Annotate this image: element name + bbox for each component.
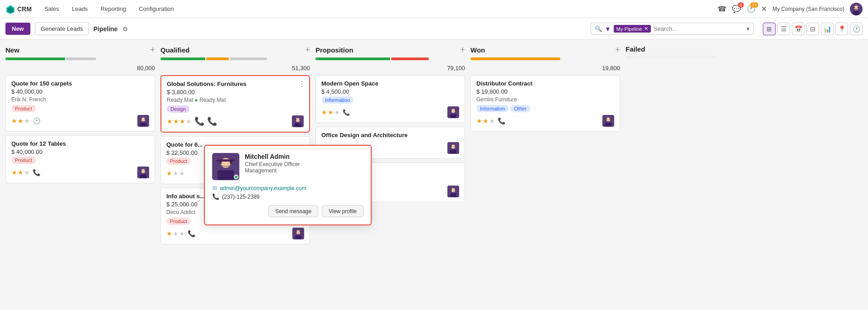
card-footer: ★ ★ ★ 📞: [321, 106, 459, 118]
clock-icon[interactable]: 🕐: [33, 117, 40, 124]
svg-rect-29: [295, 235, 301, 239]
card-tags: Information Other: [476, 105, 614, 112]
column-qualified-progress: [160, 57, 310, 60]
star-2: ★: [173, 230, 179, 237]
search-bar: 🔍 ▼ My Pipeline ✕ ▾: [591, 23, 754, 35]
nav-leads[interactable]: Leads: [70, 5, 89, 13]
list-view-button[interactable]: ☰: [777, 23, 790, 35]
pipeline-settings-icon[interactable]: ⚙: [122, 25, 128, 33]
card-stars: ★ ★ ★: [476, 117, 495, 124]
generate-leads-button[interactable]: Generate Leads: [35, 22, 89, 35]
popup-header: Mitchell Admin Chief Executive Officer M…: [212, 153, 364, 180]
new-button[interactable]: New: [5, 23, 30, 35]
popup-name: Mitchell Admin: [245, 153, 364, 160]
column-proposition-add[interactable]: +: [460, 45, 465, 55]
column-failed-title: Failed: [626, 45, 716, 53]
column-new: New + 80,000 Quote for 150 carpets $ 40,…: [5, 45, 155, 187]
nav-sales[interactable]: Sales: [43, 5, 61, 13]
card-title: Office Design and Architecture: [321, 132, 459, 138]
nav-user-avatar[interactable]: [850, 3, 863, 15]
nav-reporting[interactable]: Reporting: [99, 5, 128, 13]
tag-design: Design: [167, 105, 189, 113]
map-view-button[interactable]: 📍: [835, 23, 848, 35]
phone-icon[interactable]: 📞: [498, 117, 505, 124]
grid-view-button[interactable]: ⊟: [806, 23, 819, 35]
calendar-view-button[interactable]: 📅: [792, 23, 805, 35]
star-1: ★: [321, 109, 327, 116]
column-qualified-header: Qualified +: [160, 45, 310, 55]
star-1: ★: [11, 117, 17, 124]
nav-configuration[interactable]: Configuration: [137, 5, 175, 13]
pipeline-label: Pipeline: [93, 25, 118, 33]
popup-actions: Send message View profile: [212, 205, 364, 217]
search-filter-tag[interactable]: My Pipeline ✕: [614, 25, 651, 33]
card-stars: ★ ★ ★: [321, 109, 340, 116]
column-proposition-amount: 79,100: [315, 65, 465, 72]
svg-rect-15: [141, 170, 142, 172]
svg-rect-50: [606, 119, 607, 120]
svg-rect-19: [295, 123, 301, 127]
column-proposition-progress: [315, 57, 465, 60]
chart-view-button[interactable]: 📊: [821, 23, 834, 35]
card-footer: ★ ★ ★ 📞: [11, 167, 149, 178]
star-3: ★: [179, 118, 185, 125]
nav-phone-icon[interactable]: ☎: [718, 5, 727, 13]
card-quote-carpets[interactable]: Quote for 150 carpets $ 40,000.00 Erik N…: [5, 75, 155, 132]
card-avatar: [602, 115, 614, 127]
popup-email[interactable]: admin@yourcompany.example.com: [220, 185, 306, 191]
kanban-view-button[interactable]: ⊞: [763, 23, 776, 35]
svg-rect-54: [218, 170, 234, 180]
svg-rect-34: [450, 114, 456, 118]
card-quote-tables[interactable]: Quote for 12 Tables $ 40,000.00 Product …: [5, 135, 155, 183]
card-footer: ★ ★ ★ 📞: [166, 228, 304, 239]
column-qualified-title: Qualified: [160, 46, 302, 54]
popup-job-title: Chief Executive Officer: [245, 161, 364, 167]
phone-call2-icon[interactable]: 📞: [207, 116, 217, 126]
nav-messages-icon[interactable]: 💬 8: [732, 5, 741, 13]
star-3: ★: [334, 109, 340, 116]
search-dropdown-icon[interactable]: ▾: [747, 25, 750, 32]
column-failed: Failed: [626, 45, 716, 63]
phone-icon[interactable]: 📞: [33, 169, 40, 176]
phone-icon[interactable]: 📞: [343, 109, 350, 116]
filter-icon: ▼: [605, 25, 611, 33]
activity-view-button[interactable]: 🕐: [850, 23, 863, 35]
card-distributor-contract[interactable]: Distributor Contract $ 19,800.00 Gemini …: [470, 75, 620, 132]
nav-logo[interactable]: CRM: [5, 4, 32, 14]
svg-rect-5: [854, 7, 855, 8]
view-icons: ⊞ ☰ 📅 ⊟ 📊 📍 🕐: [763, 23, 863, 35]
search-input[interactable]: [654, 25, 744, 32]
star-3: ★: [489, 117, 495, 124]
column-new-add[interactable]: +: [150, 45, 155, 55]
crm-logo-icon: [5, 4, 15, 14]
card-avatar: [292, 228, 304, 239]
send-message-button[interactable]: Send message: [268, 205, 318, 217]
card-stars: ★ ★ ★: [166, 230, 185, 237]
card-modern-open-space[interactable]: Modern Open Space $ 4,500.00 Information…: [315, 75, 465, 123]
card-avatar: [447, 186, 459, 197]
column-new-header: New +: [5, 45, 155, 55]
column-won-add[interactable]: +: [615, 45, 620, 55]
card-title: Global Solutions: Furnitures: [167, 81, 304, 87]
nav-settings-icon[interactable]: ✕: [761, 5, 767, 13]
nav-app-name: CRM: [17, 5, 32, 13]
card-global-solutions[interactable]: ⋮ Global Solutions: Furnitures $ 3,800.0…: [160, 75, 310, 133]
column-qualified-add[interactable]: +: [305, 45, 310, 55]
nav-activity-icon[interactable]: 🕐 37: [747, 5, 756, 13]
card-avatar: [447, 106, 459, 118]
card-avatar: [447, 142, 459, 154]
column-qualified-amount: 51,300: [160, 65, 310, 72]
card-amount: $ 4,500.00: [321, 88, 459, 95]
popup-phone: (237)-125-2389: [222, 194, 260, 200]
svg-rect-6: [858, 7, 858, 8]
phone-call-icon[interactable]: 📞: [194, 116, 204, 126]
three-dots-menu[interactable]: ⋮: [298, 80, 305, 88]
svg-rect-9: [140, 123, 146, 127]
progress-seg-1: [160, 57, 205, 60]
filter-tag-remove[interactable]: ✕: [644, 26, 648, 32]
view-profile-button[interactable]: View profile: [322, 205, 364, 217]
column-new-amount: 80,000: [5, 65, 155, 72]
phone-icon[interactable]: 📞: [188, 230, 195, 237]
card-tags: Design: [167, 105, 304, 113]
svg-rect-31: [300, 231, 301, 233]
